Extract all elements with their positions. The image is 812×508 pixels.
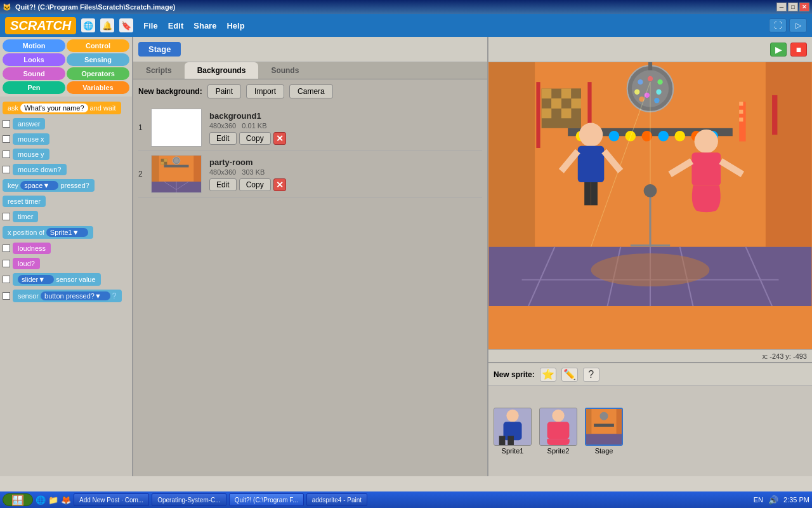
sensor-button-checkbox[interactable] xyxy=(3,292,10,300)
svg-rect-72 xyxy=(591,182,598,205)
svg-point-8 xyxy=(174,158,179,163)
svg-rect-81 xyxy=(508,436,514,446)
mouse-x-block[interactable]: mouse x xyxy=(3,132,129,146)
category-variables[interactable]: Variables xyxy=(67,81,129,94)
bookmark-icon[interactable]: 🔖 xyxy=(119,18,133,32)
category-pen[interactable]: Pen xyxy=(3,81,65,94)
loud-checkbox[interactable] xyxy=(3,260,10,267)
taskbar-item-3[interactable]: Quit?! (C:\Program F... xyxy=(229,493,304,506)
timer-checkbox[interactable] xyxy=(3,213,10,220)
volume-icon[interactable]: 🔊 xyxy=(768,495,778,505)
menu-edit[interactable]: Edit xyxy=(168,21,184,30)
taskbar-item-2[interactable]: Operating-System-C... xyxy=(152,493,226,506)
menu-file[interactable]: File xyxy=(143,21,157,30)
bg-thumb-2 xyxy=(151,155,202,193)
svg-rect-28 xyxy=(561,89,572,99)
category-control[interactable]: Control xyxy=(67,39,129,52)
new-sprite-label: New sprite: xyxy=(494,370,535,379)
taskbar-item-4[interactable]: addsprite4 - Paint xyxy=(306,493,367,506)
category-looks[interactable]: Looks xyxy=(3,53,65,66)
bg-number-2: 2 xyxy=(138,170,151,178)
svg-rect-61 xyxy=(739,110,743,114)
bg-size-2: 480x360 303 KB xyxy=(209,168,482,176)
tab-sounds[interactable]: Sounds xyxy=(258,62,311,79)
reset-timer-block[interactable]: reset timer xyxy=(3,194,129,208)
maximize-button[interactable]: □ xyxy=(788,3,798,11)
bg-info-2: party-room 480x360 303 KB Edit Copy ✕ xyxy=(209,157,482,191)
sprite-name-stage: Stage xyxy=(595,447,613,455)
svg-point-89 xyxy=(599,412,608,420)
copy-button-1[interactable]: Copy xyxy=(239,132,271,145)
title-icon: 🐱 xyxy=(3,3,11,11)
sprite-item-1[interactable]: Sprite1 xyxy=(494,408,532,455)
delete-button-2[interactable]: ✕ xyxy=(273,178,286,191)
answer-block[interactable]: answer xyxy=(3,117,129,131)
svg-rect-15 xyxy=(766,62,812,247)
svg-rect-63 xyxy=(772,95,777,135)
delete-button-1[interactable]: ✕ xyxy=(273,132,286,145)
svg-rect-88 xyxy=(617,409,622,434)
svg-rect-84 xyxy=(547,422,570,439)
taskbar-item-1[interactable]: Add New Post · Com... xyxy=(74,493,149,506)
taskbar-time: 2:35 PM xyxy=(783,496,809,504)
edit-button-2[interactable]: Edit xyxy=(209,178,237,191)
categories: Motion Control Looks Sensing Sound Opera… xyxy=(0,37,132,97)
svg-rect-33 xyxy=(571,89,581,99)
presentation-button[interactable]: ▷ xyxy=(789,18,807,32)
x-position-block[interactable]: x position of Sprite1▼ xyxy=(3,225,129,240)
category-motion[interactable]: Motion xyxy=(3,39,65,52)
copy-button-2[interactable]: Copy xyxy=(239,178,271,191)
svg-rect-68 xyxy=(578,146,605,182)
menu-help[interactable]: Help xyxy=(226,21,244,30)
sprite-item-2[interactable]: Sprite2 xyxy=(539,408,577,455)
slider-checkbox[interactable] xyxy=(3,276,10,283)
menu-share[interactable]: Share xyxy=(193,21,216,30)
ie-icon[interactable]: 🌐 xyxy=(36,495,46,505)
import-button[interactable]: Import xyxy=(246,84,284,98)
start-button[interactable]: 🪟 xyxy=(3,493,33,506)
answer-checkbox[interactable] xyxy=(3,120,10,128)
globe-icon[interactable]: 🌐 xyxy=(81,18,95,32)
new-sprite-bar: New sprite: ⭐ ✏️ ? xyxy=(488,363,812,386)
svg-rect-26 xyxy=(542,89,552,99)
edit-button-1[interactable]: Edit xyxy=(209,132,237,145)
stage-button[interactable]: Stage xyxy=(138,42,181,57)
timer-block[interactable]: timer xyxy=(3,210,129,224)
sprite-paint-button[interactable]: ✏️ xyxy=(561,368,578,382)
sprite-name-2: Sprite2 xyxy=(547,447,570,455)
category-sensing[interactable]: Sensing xyxy=(67,53,129,66)
browser-icon[interactable]: 🦊 xyxy=(61,495,71,505)
loud-block[interactable]: loud? xyxy=(3,257,129,271)
ask-block[interactable]: ask What's your name? and wait xyxy=(3,100,129,116)
key-pressed-block[interactable]: key space▼ pressed? xyxy=(3,178,129,193)
loudness-checkbox[interactable] xyxy=(3,244,10,252)
mouse-down-checkbox[interactable] xyxy=(3,166,10,173)
fullscreen-button[interactable]: ⛶ xyxy=(769,18,787,32)
tab-backgrounds[interactable]: Backgrounds xyxy=(185,62,259,79)
paint-button[interactable]: Paint xyxy=(207,84,241,98)
sprite-star-button[interactable]: ⭐ xyxy=(540,368,556,382)
slider-sensor-block[interactable]: slider▼ sensor value xyxy=(3,272,129,287)
mouse-down-block[interactable]: mouse down? xyxy=(3,163,129,177)
mouse-y-checkbox[interactable] xyxy=(3,150,10,158)
mouse-y-block[interactable]: mouse y xyxy=(3,147,129,161)
mouse-x-checkbox[interactable] xyxy=(3,135,10,143)
notification-icon[interactable]: 🔔 xyxy=(100,18,114,32)
category-operators[interactable]: Operators xyxy=(67,67,129,80)
camera-button[interactable]: Camera xyxy=(289,84,333,98)
sensor-button-block[interactable]: sensor button pressed?▼ ? xyxy=(3,288,129,304)
sprite-surprise-button[interactable]: ? xyxy=(583,368,599,382)
close-button[interactable]: ✕ xyxy=(799,3,809,11)
loudness-block[interactable]: loudness xyxy=(3,241,129,255)
minimize-button[interactable]: ─ xyxy=(776,3,787,11)
folder-icon[interactable]: 📁 xyxy=(48,495,58,505)
bg-name-1: background1 xyxy=(209,111,482,121)
left-panel: Motion Control Looks Sensing Sound Opera… xyxy=(0,37,133,476)
scratch-header: SCRATCH 🌐 🔔 🔖 File Edit Share Help ⛶ ▷ xyxy=(0,14,812,37)
tab-scripts[interactable]: Scripts xyxy=(133,62,185,79)
sprite-item-stage[interactable]: Stage xyxy=(585,408,623,455)
svg-point-39 xyxy=(648,76,653,81)
play-button[interactable]: ▶ xyxy=(770,43,787,57)
stop-button[interactable]: ■ xyxy=(790,43,807,57)
category-sound[interactable]: Sound xyxy=(3,67,65,80)
